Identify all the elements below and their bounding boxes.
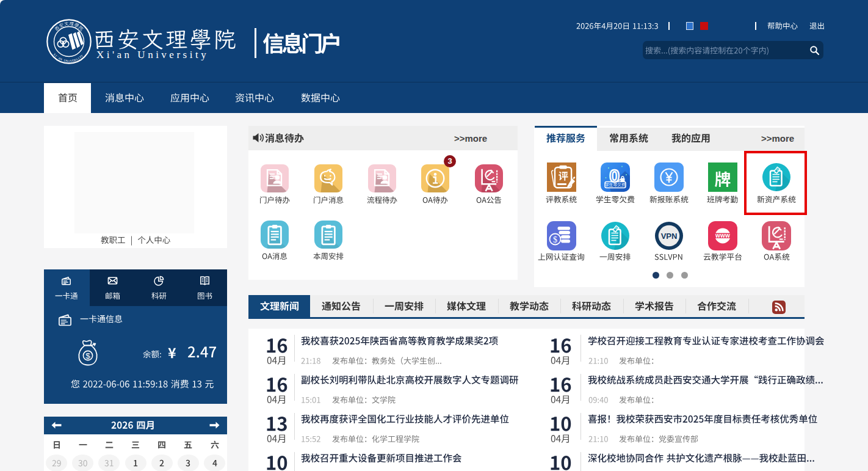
svg-text:VPN: VPN bbox=[660, 231, 677, 240]
svg-text:0: 0 bbox=[609, 166, 620, 186]
svg-text:$: $ bbox=[85, 351, 90, 360]
svg-text:www: www bbox=[714, 232, 729, 239]
svg-text:$: $ bbox=[553, 235, 557, 244]
